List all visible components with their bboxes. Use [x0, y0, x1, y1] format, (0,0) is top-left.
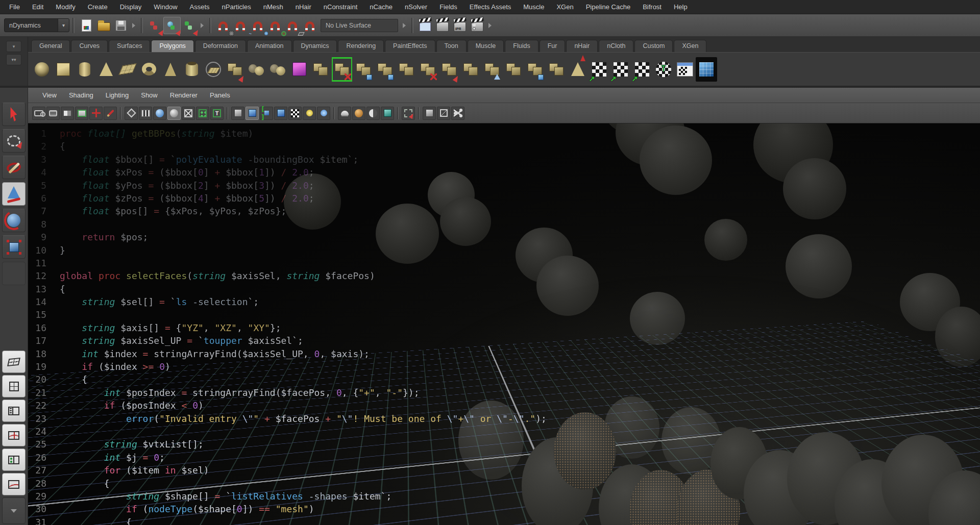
viewport-3d[interactable]: 1proc float[] getBBPos(string $item)2{3 …	[28, 123, 980, 525]
shelf-tab-general[interactable]: General	[31, 40, 70, 52]
render-settings-icon[interactable]	[469, 17, 486, 34]
poly-cube-icon[interactable]	[53, 57, 74, 82]
menu-muscle[interactable]: Muscle	[517, 0, 550, 14]
scale-tool[interactable]	[2, 235, 26, 259]
triangulate-icon[interactable]	[503, 57, 524, 82]
bevel-icon[interactable]	[481, 57, 503, 82]
spherical-mapping-icon[interactable]: ↗	[631, 57, 653, 82]
bookmarks-icon[interactable]	[61, 107, 74, 120]
open-render-view-icon[interactable]	[416, 17, 434, 34]
select-tool[interactable]	[2, 103, 26, 126]
cube-outline-icon[interactable]	[437, 107, 450, 120]
wireframe-display-icon[interactable]	[125, 107, 138, 120]
planar-mapping-icon[interactable]: ↗	[589, 57, 610, 82]
shelf-tab-animation[interactable]: Animation	[247, 40, 292, 52]
shelf-tab-dynamics[interactable]: Dynamics	[293, 40, 337, 52]
poly-platonic-icon[interactable]	[203, 57, 224, 82]
light-blue-icon[interactable]	[317, 107, 330, 120]
menu-modify[interactable]: Modify	[50, 0, 81, 14]
menu-file[interactable]: File	[3, 0, 26, 14]
lasso-select-tool[interactable]	[2, 129, 26, 153]
group-collapse-icon[interactable]	[201, 23, 204, 28]
group-collapse-icon[interactable]	[488, 23, 492, 28]
append-polygon-icon[interactable]	[460, 57, 481, 82]
panel-menu-shading[interactable]: Shading	[63, 91, 100, 99]
paint-select-tool[interactable]	[2, 156, 26, 179]
lighting-all-icon[interactable]	[231, 107, 244, 120]
smooth-shade-icon[interactable]	[153, 107, 166, 120]
layout-perspective-curve[interactable]	[2, 473, 26, 495]
combine-icon[interactable]	[353, 57, 374, 82]
menu-effects-assets[interactable]: Effects Assets	[463, 0, 517, 14]
shelf-tab-toon[interactable]: Toon	[436, 40, 467, 52]
boolean-union-icon[interactable]	[246, 57, 267, 82]
shelf-tab-fluids[interactable]: Fluids	[505, 40, 538, 52]
cylindrical-mapping-icon[interactable]: ↗	[610, 57, 631, 82]
layout-four-view[interactable]	[2, 375, 26, 397]
menu-set-selector[interactable]: nDynamics ▾	[4, 18, 69, 32]
select-component-icon[interactable]	[181, 17, 198, 34]
bounding-box-icon[interactable]	[182, 107, 195, 120]
sculpt-tool-icon[interactable]	[567, 57, 589, 82]
shelf-tab-curves[interactable]: Curves	[71, 40, 108, 52]
rotate-tool[interactable]	[2, 209, 26, 232]
poly-pipe-icon[interactable]	[181, 57, 203, 82]
panel-menu-panels[interactable]: Panels	[204, 91, 236, 99]
last-tool-slot[interactable]	[2, 262, 26, 285]
boolean-difference-icon[interactable]	[267, 57, 288, 82]
menu-nconstraint[interactable]: nConstraint	[317, 0, 363, 14]
ipr-render-icon[interactable]: IPR	[451, 17, 469, 34]
menu-window[interactable]: Window	[148, 0, 183, 14]
menu-nparticles[interactable]: nParticles	[216, 0, 257, 14]
menu-nhair[interactable]: nHair	[289, 0, 317, 14]
chevron-down-icon[interactable]: ▾	[58, 19, 69, 32]
layout-outliner-perspective[interactable]	[2, 399, 26, 422]
move-tool[interactable]	[2, 182, 26, 206]
shelf-collapse-button[interactable]: ▾	[6, 41, 21, 52]
booleans-icon[interactable]	[288, 57, 310, 82]
shelf-tab-surfaces[interactable]: Surfaces	[109, 40, 150, 52]
menu-display[interactable]: Display	[114, 0, 148, 14]
layout-perspective-graph[interactable]	[2, 424, 26, 446]
panel-menu-renderer[interactable]: Renderer	[164, 91, 204, 99]
group-collapse-icon[interactable]	[403, 23, 406, 28]
menu-fields[interactable]: Fields	[433, 0, 463, 14]
shelf-tab-muscle[interactable]: Muscle	[468, 40, 504, 52]
menu-nsolver[interactable]: nSolver	[399, 0, 433, 14]
shelf-tab-polygons[interactable]: Polygons	[151, 40, 193, 52]
shelf-tab-nhair[interactable]: nHair	[566, 40, 598, 52]
render-current-frame-icon[interactable]	[434, 17, 451, 34]
save-scene-icon[interactable]	[112, 17, 130, 34]
menu-help[interactable]: Help	[668, 0, 694, 14]
live-surface-field[interactable]: No Live Surface	[321, 19, 398, 32]
shelf-menu-button[interactable]: ▾▾	[6, 54, 21, 65]
menu-edit[interactable]: Edit	[26, 0, 50, 14]
shelf-tab-painteffects[interactable]: PaintEffects	[385, 40, 435, 52]
grease-pencil-icon[interactable]	[104, 107, 117, 120]
menu-create[interactable]: Create	[82, 0, 114, 14]
poly-plane-icon[interactable]	[117, 57, 138, 82]
shelf-tab-fur[interactable]: Fur	[540, 40, 566, 52]
cut-faces-icon[interactable]	[331, 57, 353, 82]
poly-cylinder-icon[interactable]	[74, 57, 95, 82]
share-view-icon[interactable]	[451, 107, 464, 120]
flat-shade-icon[interactable]	[167, 107, 181, 120]
textured-display-icon[interactable]: T	[210, 107, 224, 120]
snap-to-projected-center-icon[interactable]	[266, 17, 284, 34]
snap-to-grids-icon[interactable]	[214, 17, 232, 34]
camera-attributes-icon[interactable]	[46, 107, 60, 120]
poly-pyramid-icon[interactable]	[160, 57, 181, 82]
poly-cone-icon[interactable]	[95, 57, 117, 82]
menu-pipeline-cache[interactable]: Pipeline Cache	[580, 0, 636, 14]
points-display-icon[interactable]	[139, 107, 152, 120]
xray-display-icon[interactable]	[366, 107, 380, 120]
split-polygon-icon[interactable]	[438, 57, 460, 82]
shelf-tab-ncloth[interactable]: nCloth	[599, 40, 633, 52]
open-scene-icon[interactable]	[95, 17, 112, 34]
shelf-tab-rendering[interactable]: Rendering	[338, 40, 384, 52]
menu-xgen[interactable]: XGen	[550, 0, 579, 14]
pan-zoom-icon[interactable]	[89, 107, 103, 120]
panel-menu-view[interactable]: View	[36, 91, 63, 99]
select-object-icon[interactable]	[163, 17, 181, 34]
group-collapse-icon[interactable]	[132, 23, 135, 28]
